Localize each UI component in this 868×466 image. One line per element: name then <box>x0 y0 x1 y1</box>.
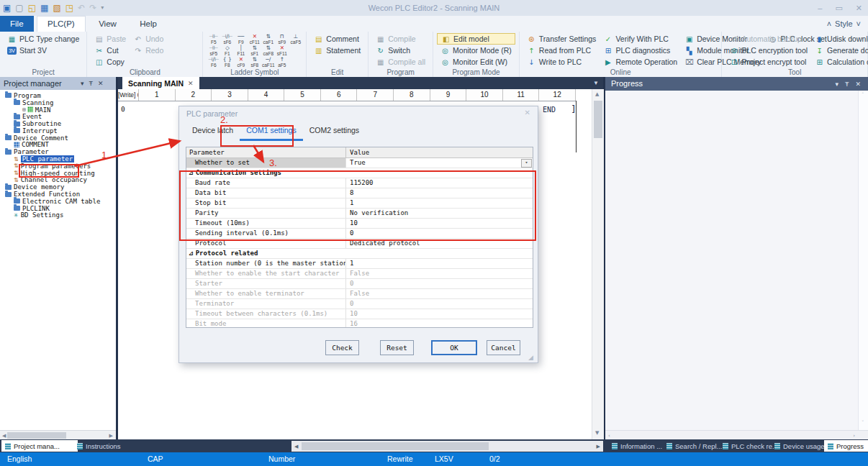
table-row-station-number[interactable]: Station number (0 is the master station)… <box>186 259 533 269</box>
editor-tab-scanning-main[interactable]: Scanning MAIN ✕ <box>122 77 199 89</box>
scroll-left-icon[interactable]: ◀ <box>294 444 298 449</box>
table-row-bit-mode[interactable]: Bit mode 16 <box>186 319 533 328</box>
value-cell[interactable]: 8 <box>346 188 533 198</box>
style-menu[interactable]: ˄ Style ˅ <box>827 16 861 32</box>
editor-vscrollbar[interactable]: ▲ ▼ <box>592 89 604 440</box>
table-row-enable-start-character[interactable]: Whether to enable the start character Fa… <box>186 269 533 279</box>
undo-icon[interactable]: ↶ <box>78 1 85 14</box>
table-row-baud-rate[interactable]: Baud rate 115200 <box>186 178 533 188</box>
scroll-left-icon[interactable]: ‹ <box>608 433 610 439</box>
ladder-symbol-button[interactable]: ⊣/⊢sF6 <box>220 33 234 45</box>
tab-plc[interactable]: PLC(P) <box>37 16 86 32</box>
redo-button[interactable]: ↷ Redo <box>130 45 167 56</box>
ok-button[interactable]: OK <box>431 340 477 355</box>
dialog-tab-com2-settings[interactable]: COM2 settings <box>303 122 366 141</box>
save-as-icon[interactable]: ▧ <box>53 1 60 14</box>
ladder-symbol-button[interactable]: │F11 <box>234 45 248 56</box>
progress-vscrollbar[interactable]: ˄ ˅ <box>858 91 868 430</box>
verify-with-plc-button[interactable]: ✓ Verify With PLC <box>600 33 681 45</box>
ladder-symbol-button[interactable]: ⇅sF1 <box>248 45 261 56</box>
value-cell[interactable]: No verification <box>346 209 533 218</box>
ladder-symbol-button[interactable]: ──F9 <box>234 33 248 45</box>
ladder-symbol-button[interactable]: ⇅caF1 <box>261 33 275 45</box>
pin-icon[interactable]: Ŧ <box>89 80 94 87</box>
ladder-symbol-button[interactable]: ⊓sF9 <box>275 33 289 45</box>
tree-item-program-parameters[interactable]: ⇅Program parameters <box>0 163 116 170</box>
bottom-tab-plc-check[interactable]: PLC check re... <box>719 440 774 452</box>
value-cell[interactable]: 1 <box>346 198 533 208</box>
minimize-button[interactable]: – <box>818 4 822 12</box>
switch-button[interactable]: ↻ Switch <box>372 45 429 56</box>
bottom-tab-project-manager[interactable]: Project mana... <box>1 440 78 452</box>
ladder-symbol-button[interactable]: ─/caF11 <box>261 56 275 68</box>
tree-item-channel-occupancy[interactable]: ⇅Channel occupancy <box>0 177 116 184</box>
tree-item-device-comment[interactable]: Device Comment <box>0 134 116 142</box>
table-row-timeout[interactable]: Timeout (10ms) 10 <box>186 219 533 229</box>
bottom-tab-instructions[interactable]: Instructions <box>73 440 145 452</box>
collapse-ribbon-icon[interactable]: ˄ <box>827 19 831 28</box>
save-icon[interactable]: ▦ <box>40 1 48 14</box>
maximize-button[interactable]: ▭ <box>835 4 842 13</box>
tree-item-interrupt[interactable]: Interrupt <box>0 127 116 134</box>
dialog-close-icon[interactable]: ✕ <box>525 109 530 116</box>
value-cell[interactable]: Dedicated protocol <box>346 239 533 248</box>
tree-item-scanning[interactable]: Scanning <box>0 99 116 106</box>
dialog-tab-com1-settings[interactable]: COM1 settings <box>240 122 302 141</box>
scroll-left-icon[interactable]: ◀ <box>2 433 6 439</box>
close-icon[interactable]: ✕ <box>98 80 104 87</box>
scroll-down-icon[interactable]: ▼ <box>595 430 599 436</box>
scrollbar-thumb[interactable] <box>594 101 602 138</box>
value-cell[interactable]: 115200 <box>346 178 533 188</box>
bottom-tab-search-replace[interactable]: Search / Repl... <box>663 440 722 452</box>
scroll-down-icon[interactable]: ˅ <box>862 420 864 426</box>
table-row-timeout-between-characters[interactable]: Timeout between characters (0.1ms) 10 <box>186 309 533 319</box>
project-tree-hscrollbar[interactable]: ◀ ▶ <box>0 430 116 440</box>
check-button[interactable]: Check <box>325 340 359 355</box>
copy-button[interactable]: ◫ Copy <box>91 56 130 68</box>
udisk-download-button[interactable]: ▮ Udisk download <box>811 33 868 45</box>
panel-menu-icon[interactable]: ▾ <box>81 80 84 87</box>
table-group-protocol-related[interactable]: ⊿Protocol related <box>186 249 533 259</box>
tab-list-icon[interactable]: ▼ <box>593 80 599 86</box>
comment-button[interactable]: ▤ Comment <box>310 33 364 45</box>
tab-close-icon[interactable]: ✕ <box>188 80 194 87</box>
transfer-settings-button[interactable]: ⊛ Transfer Settings <box>523 33 600 45</box>
scrollbar-thumb[interactable] <box>7 432 66 439</box>
ladder-symbol-button[interactable]: ⇅sF8 <box>248 56 261 68</box>
bottom-tab-device-usage[interactable]: Device usage... <box>771 440 827 452</box>
compile-all-button[interactable]: ▦ Compile all <box>372 56 429 68</box>
close-icon[interactable]: ✕ <box>855 81 861 88</box>
tree-item-subroutine[interactable]: Subroutine <box>0 120 116 127</box>
value-cell[interactable]: 1 <box>346 259 533 268</box>
tree-item-program[interactable]: Program <box>0 92 116 99</box>
tree-item-event[interactable]: Event <box>0 113 116 120</box>
bottom-tab-progress[interactable]: Progress <box>824 440 868 452</box>
table-row-protocol[interactable]: Protocol Dedicated protocol <box>186 239 533 249</box>
table-group-communication-settings[interactable]: ⊿Communication settings <box>186 168 533 178</box>
new-file-icon[interactable]: ▢ <box>15 1 23 14</box>
ladder-symbol-button[interactable]: ⊣⊢sF5 <box>207 45 220 56</box>
write-to-plc-button[interactable]: ↓ Write to PLC <box>523 56 600 68</box>
plc-diagnostics-button[interactable]: ⊞ PLC diagnostics <box>600 45 681 56</box>
ladder-symbol-button[interactable]: ⊣⊢F5 <box>207 33 220 45</box>
tree-item-electronic-cam-table[interactable]: Electronic CAM table <box>0 198 116 205</box>
ladder-symbol-button[interactable]: ⇅caF8 <box>261 45 275 56</box>
expand-icon[interactable]: ⊞ <box>22 106 26 113</box>
reset-button[interactable]: Reset <box>380 340 414 355</box>
tree-item-plc-parameter[interactable]: ⇅PLC parameter <box>0 155 116 163</box>
table-row-terminator[interactable]: Terminator 0 <box>186 299 533 309</box>
table-row-parity[interactable]: Parity No verification <box>186 209 533 219</box>
undo-button[interactable]: ↶ Undo <box>130 33 167 45</box>
start-3v-button[interactable]: 3V Start 3V <box>4 45 83 56</box>
tree-item-high-speed-counting[interactable]: ⇅High-speed counting <box>0 170 116 177</box>
ladder-symbol-button[interactable]: ✕cF11 <box>248 33 261 45</box>
dialog-tab-device-latch[interactable]: Device latch <box>186 122 240 141</box>
scroll-right-icon[interactable]: ▶ <box>109 433 113 439</box>
tab-help[interactable]: Help <box>130 16 167 32</box>
scroll-up-icon[interactable]: ▲ <box>595 91 599 97</box>
compile-button[interactable]: ▦ Compile <box>372 33 429 45</box>
value-cell[interactable]: 10 <box>346 219 533 228</box>
table-row-sending-interval[interactable]: Sending interval (0.1ms) 0 <box>186 229 533 239</box>
paste-button[interactable]: ▤ Paste <box>91 33 130 45</box>
tree-item-comment[interactable]: COMMENT <box>0 142 116 149</box>
